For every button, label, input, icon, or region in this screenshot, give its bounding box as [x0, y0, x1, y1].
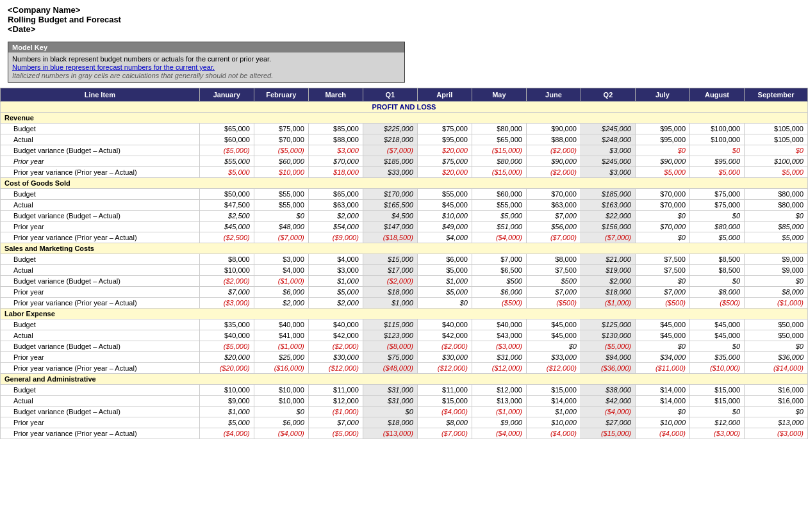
rev-act-aug: $100,000	[690, 134, 745, 145]
revenue-budget-label: Budget	[1, 124, 200, 134]
salesmarketing-section-header: Sales and Marketing Costs	[1, 243, 808, 254]
labor-section-header: Labor Expense	[1, 309, 808, 319]
sm-prior-row: Prior year $7,000 $6,000 $5,000 $18,000 …	[1, 287, 808, 298]
rev-act-may: $65,000	[472, 134, 526, 145]
rev-act-q2: $248,000	[581, 134, 635, 145]
col-header-jun: June	[526, 88, 581, 102]
rev-bud-may: $80,000	[472, 124, 526, 134]
revenue-prior-label: Prior year	[1, 156, 200, 167]
rev-pvar-aug: $5,000	[690, 167, 745, 178]
report-title: Rolling Budget and Forecast	[8, 15, 800, 24]
rev-prior-q1: $185,000	[363, 156, 417, 167]
col-header-q2: Q2	[581, 88, 635, 102]
rev-bud-feb: $75,000	[254, 124, 308, 134]
rev-pvar-mar: $18,000	[308, 167, 363, 178]
cogs-budget-row: Budget $50,000 $55,000 $65,000 $170,000 …	[1, 189, 808, 200]
rev-prior-sep: $100,000	[745, 156, 808, 167]
rev-bvar-apr: $20,000	[417, 145, 472, 156]
cogs-budget-label: Budget	[1, 189, 200, 200]
rev-act-jun: $88,000	[526, 134, 581, 145]
rev-prior-jan: $55,000	[199, 156, 254, 167]
rev-bud-q2: $245,000	[581, 124, 635, 134]
rev-bvar-q2: $3,000	[581, 145, 635, 156]
rev-act-q1: $218,000	[363, 134, 417, 145]
cogs-section-header: Cost of Goods Sold	[1, 178, 808, 189]
rev-prior-q2: $245,000	[581, 156, 635, 167]
profit-loss-label: PROFIT AND LOSS	[1, 102, 808, 113]
labor-budget-row: Budget $35,000 $40,000 $40,000 $115,000 …	[1, 319, 808, 330]
rev-pvar-may: ($15,000)	[472, 167, 526, 178]
cogs-prior-label: Prior year	[1, 222, 200, 232]
revenue-actual-label: Actual	[1, 134, 200, 145]
model-key-title: Model Key	[8, 42, 404, 52]
labor-pvar-row: Prior year variance (Prior year – Actual…	[1, 363, 808, 374]
rev-pvar-q2: $3,000	[581, 167, 635, 178]
revenue-pvar-row: Prior year variance (Prior year – Actual…	[1, 167, 808, 178]
rev-prior-jul: $90,000	[635, 156, 689, 167]
model-key-line3: Italicized numbers in gray cells are cal…	[12, 72, 400, 79]
sm-actual-row: Actual $10,000 $4,000 $3,000 $17,000 $5,…	[1, 265, 808, 276]
rev-prior-apr: $75,000	[417, 156, 472, 167]
company-name: <Company Name>	[8, 5, 800, 15]
col-header-lineitem: Line Item	[1, 88, 200, 102]
salesmarketing-label: Sales and Marketing Costs	[1, 243, 808, 254]
cogs-actual-label: Actual	[1, 200, 200, 211]
labor-label: Labor Expense	[1, 309, 808, 319]
rev-prior-may: $80,000	[472, 156, 526, 167]
labor-actual-row: Actual $40,000 $41,000 $42,000 $123,000 …	[1, 330, 808, 341]
cogs-pvar-label: Prior year variance (Prior year – Actual…	[1, 232, 200, 243]
cogs-bvar-row: Budget variance (Budget – Actual) $2,500…	[1, 211, 808, 222]
rev-pvar-jun: ($2,000)	[526, 167, 581, 178]
rev-bud-aug: $100,000	[690, 124, 745, 134]
labor-bvar-row: Budget variance (Budget – Actual) ($5,00…	[1, 341, 808, 352]
rev-bud-jun: $90,000	[526, 124, 581, 134]
rev-bvar-sep: $0	[745, 145, 808, 156]
rev-act-apr: $95,000	[417, 134, 472, 145]
rev-bud-jul: $95,000	[635, 124, 689, 134]
rev-pvar-apr: $20,000	[417, 167, 472, 178]
col-header-mar: March	[308, 88, 363, 102]
rev-pvar-sep: $5,000	[745, 167, 808, 178]
rev-bvar-jul: $0	[635, 145, 689, 156]
ga-section-header: General and Administrative	[1, 374, 808, 385]
ga-pvar-row: Prior year variance (Prior year – Actual…	[1, 428, 808, 439]
rev-bud-sep: $105,000	[745, 124, 808, 134]
revenue-actual-row: Actual $60,000 $70,000 $88,000 $218,000 …	[1, 134, 808, 145]
revenue-bvar-label: Budget variance (Budget – Actual)	[1, 145, 200, 156]
rev-act-sep: $105,000	[745, 134, 808, 145]
report-header: <Company Name> Rolling Budget and Foreca…	[0, 0, 808, 36]
cogs-bvar-label: Budget variance (Budget – Actual)	[1, 211, 200, 222]
col-header-sep: September	[745, 88, 808, 102]
rev-prior-jun: $90,000	[526, 156, 581, 167]
report-date: <Date>	[8, 24, 800, 34]
model-key-line1: Numbers in black represent budget number…	[12, 55, 400, 63]
model-key-box: Model Key Numbers in black represent bud…	[8, 42, 405, 83]
sm-budget-row: Budget $8,000 $3,000 $4,000 $15,000 $6,0…	[1, 254, 808, 265]
ga-budget-row: Budget $10,000 $10,000 $11,000 $31,000 $…	[1, 385, 808, 396]
cogs-prior-row: Prior year $45,000 $48,000 $54,000 $147,…	[1, 222, 808, 232]
rev-pvar-feb: $10,000	[254, 167, 308, 178]
rev-act-jul: $95,000	[635, 134, 689, 145]
rev-pvar-q1: $33,000	[363, 167, 417, 178]
col-header-aug: August	[690, 88, 745, 102]
rev-bvar-may: ($15,000)	[472, 145, 526, 156]
rev-act-feb: $70,000	[254, 134, 308, 145]
sm-bvar-row: Budget variance (Budget – Actual) ($2,00…	[1, 276, 808, 287]
sm-pvar-row: Prior year variance (Prior year – Actual…	[1, 298, 808, 309]
rev-bud-mar: $85,000	[308, 124, 363, 134]
rev-act-mar: $88,000	[308, 134, 363, 145]
rev-bvar-jun: ($2,000)	[526, 145, 581, 156]
rev-pvar-jan: $5,000	[199, 167, 254, 178]
rev-bvar-feb: ($5,000)	[254, 145, 308, 156]
budget-table-container: Line Item January February March Q1 Apri…	[0, 88, 808, 439]
rev-prior-mar: $70,000	[308, 156, 363, 167]
ga-actual-row: Actual $9,000 $10,000 $12,000 $31,000 $1…	[1, 396, 808, 407]
profit-loss-section-header: PROFIT AND LOSS	[1, 102, 808, 113]
revenue-bvar-row: Budget variance (Budget – Actual) ($5,00…	[1, 145, 808, 156]
rev-bud-jan: $65,000	[199, 124, 254, 134]
rev-bud-q1: $225,000	[363, 124, 417, 134]
rev-prior-feb: $60,000	[254, 156, 308, 167]
col-header-apr: April	[417, 88, 472, 102]
revenue-label: Revenue	[1, 113, 808, 124]
revenue-pvar-label: Prior year variance (Prior year – Actual…	[1, 167, 200, 178]
